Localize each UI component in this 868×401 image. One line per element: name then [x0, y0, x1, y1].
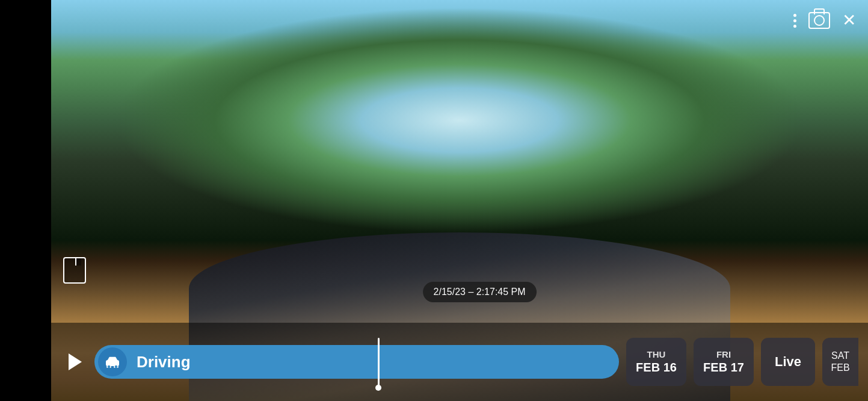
scrubber-line[interactable] — [378, 338, 380, 386]
driving-segment-icon — [98, 347, 127, 376]
play-icon — [69, 353, 82, 370]
svg-point-2 — [114, 365, 118, 368]
partial-day-name: SAT — [831, 350, 849, 361]
timeline-container[interactable]: Driving — [94, 338, 619, 386]
left-panel — [0, 0, 51, 401]
timeline-track[interactable]: Driving — [94, 345, 619, 379]
day-name-thu: THU — [647, 349, 666, 359]
partial-day-date: FEB — [831, 362, 849, 373]
sd-card-button[interactable] — [63, 257, 86, 284]
close-button[interactable]: ✕ — [842, 12, 856, 29]
day-name-fri: FRI — [716, 349, 731, 359]
day-button-partial[interactable]: SAT FEB — [822, 338, 858, 386]
day-date-feb16: FEB 16 — [636, 361, 677, 375]
live-button[interactable]: Live — [761, 338, 815, 386]
live-label: Live — [775, 354, 801, 370]
top-controls: ✕ — [793, 12, 856, 29]
timestamp-tooltip: 2/15/23 – 2:17:45 PM — [423, 282, 537, 302]
scrubber-dot — [375, 385, 381, 391]
driving-label: Driving — [137, 353, 191, 371]
screenshot-button[interactable] — [808, 12, 830, 29]
day-date-feb17: FEB 17 — [703, 361, 744, 375]
svg-point-1 — [107, 365, 111, 368]
day-button-fri-feb-17[interactable]: FRI FEB 17 — [694, 338, 754, 386]
more-options-button[interactable] — [793, 14, 796, 28]
day-button-thu-feb-16[interactable]: THU FEB 16 — [626, 338, 686, 386]
bottom-bar: Driving THU FEB 16 FRI FEB 17 Live SAT F… — [51, 323, 868, 401]
timestamp-text: 2/15/23 – 2:17:45 PM — [434, 287, 526, 297]
car-icon — [105, 356, 120, 368]
play-button[interactable] — [61, 349, 87, 375]
